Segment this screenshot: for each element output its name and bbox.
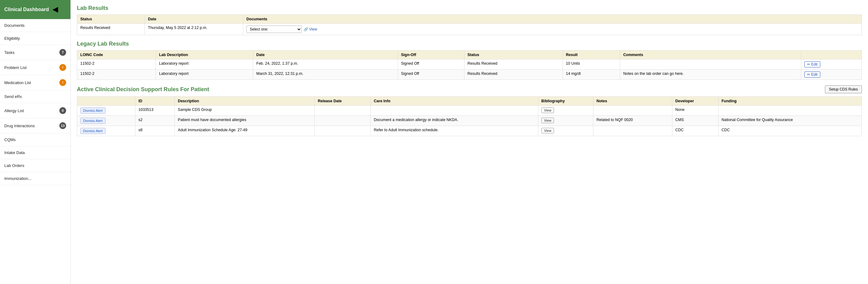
sidebar-item-allergy-list[interactable]: Allergy List 0 — [0, 103, 70, 118]
legacy-description-2: Laboratory report — [156, 69, 253, 80]
table-row: Dismiss Alert 1033513 Sample CDS Group V… — [77, 106, 862, 116]
legacy-col-result: Result — [563, 51, 620, 59]
drug-interactions-badge: 13 — [59, 122, 66, 129]
lab-result-status: Results Received — [77, 24, 145, 35]
lab-results-table: Status Date Documents Results Received T… — [77, 15, 862, 35]
lab-results-col-documents: Documents — [243, 15, 862, 24]
cds-notes-1 — [593, 106, 672, 116]
cds-col-funding: Funding — [718, 97, 862, 106]
cds-notes-3 — [593, 126, 672, 136]
legacy-result-1: 10 Units — [563, 59, 620, 69]
cds-bibliography-2-button[interactable]: View — [541, 118, 554, 123]
cds-bibliography-3-cell: View — [538, 126, 593, 136]
setup-cds-button[interactable]: Setup CDS Rules — [825, 85, 862, 93]
sidebar-item-drug-interactions[interactable]: Drug Interactions 13 — [0, 118, 70, 133]
documents-select[interactable]: Select one: — [246, 26, 302, 33]
sidebar-item-immunization[interactable]: Immunization... — [0, 172, 70, 185]
cds-dismiss-3-button[interactable]: Dismiss Alert — [80, 128, 105, 134]
cds-care-info-2: Document a medication allergy or indicat… — [371, 116, 538, 126]
lab-result-date: Thursday, May 5 2022 at 2:12 p.m. — [145, 24, 243, 35]
legacy-date-1: Feb. 24, 2022, 1:37 p.m. — [253, 59, 398, 69]
legacy-signoff-1: Signed Off — [398, 59, 464, 69]
sidebar-item-cqms[interactable]: CQMs — [0, 133, 70, 146]
cds-col-care-info: Care Info — [371, 97, 538, 106]
cds-col-description: Description — [175, 97, 315, 106]
legacy-loinc-1: 11502-2 — [77, 59, 156, 69]
legacy-lab-results-title: Legacy Lab Results — [77, 41, 862, 47]
cds-release-date-1 — [315, 106, 371, 116]
sidebar-item-send-erx[interactable]: Send eRx — [0, 90, 70, 103]
legacy-comments-1 — [620, 59, 801, 69]
legacy-edit-2-button[interactable]: ✏ Edit — [804, 72, 820, 78]
table-row: Dismiss Alert s8 Adult Immunization Sche… — [77, 126, 862, 136]
sidebar-item-documents[interactable]: Documents — [0, 19, 70, 32]
legacy-edit-1-cell: ✏ Edit — [801, 59, 862, 69]
lab-results-col-status: Status — [77, 15, 145, 24]
sidebar-header[interactable]: Clinical Dashboard ◀ — [0, 0, 70, 19]
sidebar-item-eligibility[interactable]: Eligibility — [0, 32, 70, 45]
legacy-col-status: Status — [464, 51, 563, 59]
legacy-col-comments: Comments — [620, 51, 801, 59]
cds-funding-1 — [718, 106, 862, 116]
table-row: Dismiss Alert s2 Patient must have docum… — [77, 116, 862, 126]
table-row: 11502-2 Laboratory report March 31, 2022… — [77, 69, 862, 80]
cds-notes-2: Related to NQF 0020 — [593, 116, 672, 126]
cds-id-1: 1033513 — [135, 106, 175, 116]
legacy-edit-2-cell: ✏ Edit — [801, 69, 862, 80]
lab-results-title: Lab Results — [77, 5, 862, 11]
pencil-icon-2: ✏ — [807, 73, 810, 77]
cds-id-3: s8 — [135, 126, 175, 136]
legacy-col-date: Date — [253, 51, 398, 59]
cds-release-date-2 — [315, 116, 371, 126]
cds-col-notes: Notes — [593, 97, 672, 106]
table-row: Results Received Thursday, May 5 2022 at… — [77, 24, 862, 35]
cds-dismiss-2-button[interactable]: Dismiss Alert — [80, 118, 105, 124]
cds-col-developer: Developer — [672, 97, 718, 106]
legacy-col-signoff: Sign-Off — [398, 51, 464, 59]
lab-results-col-date: Date — [145, 15, 243, 24]
cds-col-bibliography: Bibliography — [538, 97, 593, 106]
pencil-icon: ✏ — [807, 62, 810, 66]
cds-id-2: s2 — [135, 116, 175, 126]
cds-bibliography-2-cell: View — [538, 116, 593, 126]
cds-dismiss-1-cell: Dismiss Alert — [77, 106, 135, 116]
legacy-col-lab-desc: Lab Description — [156, 51, 253, 59]
cds-col-release-date: Release Date — [315, 97, 371, 106]
sidebar-item-intake-data[interactable]: Intake Data — [0, 146, 70, 159]
cds-bibliography-1-button[interactable]: View — [541, 108, 554, 113]
legacy-status-1: Results Received — [464, 59, 563, 69]
cds-developer-2: CMS — [672, 116, 718, 126]
cds-table: ID Description Release Date Care Info Bi… — [77, 96, 862, 136]
cds-description-2: Patient must have documented allergies — [175, 116, 315, 126]
sidebar-item-lab-orders[interactable]: Lab Orders — [0, 159, 70, 172]
cds-description-3: Adult Immunization Schedule Age: 27-49 — [175, 126, 315, 136]
cds-funding-2: National Committee for Quality Assurance — [718, 116, 862, 126]
legacy-lab-results-table: LOINC Code Lab Description Date Sign-Off… — [77, 50, 862, 80]
medication-list-badge: ! — [59, 79, 66, 86]
lab-result-documents: Select one: 🔗 View — [243, 24, 862, 35]
cds-bibliography-1-cell: View — [538, 106, 593, 116]
sidebar-item-medication-list[interactable]: Medication List ! — [0, 75, 70, 90]
sidebar-arrow-icon: ◀ — [53, 5, 58, 13]
sidebar: Clinical Dashboard ◀ Documents Eligibili… — [0, 0, 71, 284]
cds-dismiss-2-cell: Dismiss Alert — [77, 116, 135, 126]
legacy-status-2: Results Received — [464, 69, 563, 80]
legacy-loinc-2: 11502-2 — [77, 69, 156, 80]
cds-care-info-1 — [371, 106, 538, 116]
sidebar-title: Clinical Dashboard — [4, 7, 49, 12]
cds-bibliography-3-button[interactable]: View — [541, 128, 554, 133]
cds-dismiss-1-button[interactable]: Dismiss Alert — [80, 108, 105, 114]
cds-developer-1: None — [672, 106, 718, 116]
main-content: Lab Results Status Date Documents Result… — [71, 0, 868, 284]
legacy-col-loinc: LOINC Code — [77, 51, 156, 59]
allergy-list-badge: 0 — [59, 107, 66, 114]
documents-view-button[interactable]: 🔗 View — [304, 27, 317, 31]
cds-release-date-3 — [315, 126, 371, 136]
legacy-col-actions — [801, 51, 862, 59]
legacy-comments-2: Notes on the lab order can go here. — [620, 69, 801, 80]
external-link-icon: 🔗 — [304, 27, 308, 31]
sidebar-item-tasks[interactable]: Tasks 7 — [0, 45, 70, 60]
legacy-edit-1-button[interactable]: ✏ Edit — [804, 61, 820, 67]
legacy-signoff-2: Signed Off — [398, 69, 464, 80]
sidebar-item-problem-list[interactable]: Problem List ! — [0, 60, 70, 75]
